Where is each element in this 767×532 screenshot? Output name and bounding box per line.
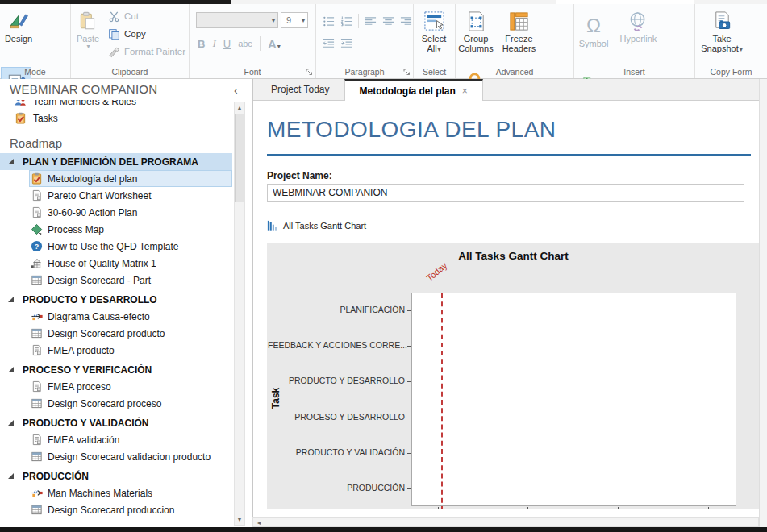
expander-icon[interactable] (8, 159, 14, 164)
scorecard-icon (31, 451, 43, 463)
align-center-icon[interactable] (382, 15, 394, 27)
roadmap-phase[interactable]: PRODUCCIÓN (0, 468, 232, 484)
scrollbar-thumb[interactable] (235, 114, 244, 202)
roadmap-item-man-machines-materials[interactable]: Man Machines Materials (0, 484, 232, 501)
cut-button[interactable]: Cut (105, 7, 189, 25)
divider (358, 14, 359, 28)
sidebar-collapse-button[interactable]: ‹ (234, 84, 238, 97)
paste-button[interactable]: Paste ▾ (72, 6, 104, 65)
sidebar-item-label: Team Members & Roles (33, 100, 136, 107)
scroll-left-icon[interactable]: ◄ (254, 518, 264, 526)
roadmap-phase[interactable]: PRODUCTO Y VALIDACIÓN (0, 414, 232, 431)
roadmap-item-label: FMEA proceso (48, 381, 111, 393)
italic-button[interactable]: I (212, 37, 215, 50)
bar-chart-icon (267, 220, 278, 231)
y-axis-tick (407, 418, 411, 418)
y-axis-tick (407, 453, 411, 454)
roadmap-section-label: Roadmap (10, 136, 232, 150)
roadmap-item-how-to-use-the-qfd-template[interactable]: ?How to Use the QFD Template (0, 238, 232, 255)
sidebar: WEBMINAR COMPANION Team Members & RolesT… (0, 79, 232, 527)
underline-button[interactable]: U (223, 38, 231, 50)
y-axis-tick (407, 488, 411, 489)
processmap-icon (31, 223, 43, 235)
divider (260, 36, 261, 51)
numbered-list-icon[interactable] (340, 15, 352, 27)
sidebar-item-tasks[interactable]: Tasks (0, 110, 232, 127)
today-reference-line (441, 293, 443, 509)
bullet-list-icon[interactable] (323, 15, 335, 27)
group-columns-button[interactable]: Group Columns (456, 6, 495, 65)
ribbon-group-font: ▾ 9 ▾ B I U abc A▾ Font (190, 4, 316, 78)
tab-project-today[interactable]: Project Today (256, 79, 344, 100)
strikethrough-button[interactable]: abc (238, 39, 252, 48)
main-horizontal-scrollbar[interactable]: ◄ (252, 517, 759, 527)
gantt-category-label: PRODUCTO Y VALIDACIÓN (268, 447, 405, 457)
roadmap-item-30-60-90-action-plan[interactable]: 30-60-90 Action Plan (0, 204, 232, 221)
scroll-up-icon[interactable]: ▲ (235, 102, 244, 113)
roadmap-item-metodolog-a-del-plan[interactable]: Metodología del plan (29, 170, 232, 187)
roadmap-item-fmea-validaci-n[interactable]: FMEA validación (0, 431, 232, 448)
roadmap-phase[interactable]: PRODUCTO Y DESARROLLO (0, 291, 232, 308)
roadmap-item-design-scorecard-produccion[interactable]: Design Scorecard produccion (0, 501, 232, 518)
roadmap-item-pareto-chart-worksheet[interactable]: Pareto Chart Worksheet (0, 187, 232, 204)
expander-icon[interactable] (8, 297, 14, 302)
roadmap-item-fmea-proceso[interactable]: FMEA proceso (0, 378, 232, 395)
roadmap-item-design-scorecard-proceso[interactable]: Design Scorecard proceso (0, 395, 232, 412)
roadmap-item-diagrama-causa-efecto[interactable]: Diagrama Causa-efecto (0, 308, 232, 325)
close-tab-icon[interactable]: × (462, 85, 468, 97)
title-rule (267, 154, 751, 156)
gantt-plot (411, 293, 736, 506)
expander-icon[interactable] (8, 367, 14, 372)
font-family-select[interactable]: ▾ (196, 12, 278, 28)
form-icon (31, 380, 43, 393)
roadmap-item-process-map[interactable]: Process Map (0, 221, 232, 238)
gantt-chart-link[interactable]: All Tasks Gantt Chart (267, 220, 366, 231)
copy-label: Copy (124, 29, 146, 39)
roadmap-item-label: 30-60-90 Action Plan (48, 207, 137, 218)
omega-icon: Ω (586, 13, 601, 39)
freeze-headers-button[interactable]: Freeze Headers (499, 6, 538, 65)
font-size-caret-icon: ▾ (302, 17, 305, 24)
indent-icon[interactable] (340, 38, 352, 50)
group-label-insert: Insert (574, 67, 694, 77)
gantt-title: All Tasks Gantt Chart (267, 250, 759, 262)
copy-button[interactable]: Copy (105, 25, 189, 43)
format-painter-button[interactable]: Format Painter (105, 43, 189, 60)
outdent-icon[interactable] (323, 38, 335, 50)
main-panel: Project Today Metodología del plan × MET… (252, 79, 759, 520)
symbol-button[interactable]: Ω Symbol (575, 10, 612, 70)
roadmap-item-design-scorecard-part[interactable]: Design Scorecard - Part (0, 272, 232, 289)
scroll-down-icon[interactable]: ▼ (235, 514, 244, 525)
main-vertical-scrollbar-track[interactable] (759, 79, 767, 527)
font-color-button[interactable]: A▾ (268, 37, 281, 51)
roadmap-item-label: FMEA producto (48, 345, 115, 356)
window-bottom-edge (0, 527, 767, 532)
roadmap-item-design-scorecard-producto[interactable]: Design Scorecard producto (0, 325, 232, 342)
hyperlink-button[interactable]: Hyperlink (616, 6, 660, 65)
font-size-select[interactable]: 9 ▾ (281, 12, 308, 28)
expander-icon[interactable] (8, 473, 14, 479)
expander-icon[interactable] (8, 420, 14, 426)
bold-button[interactable]: B (198, 38, 205, 50)
align-left-icon[interactable] (365, 15, 377, 27)
design-mode-button[interactable]: Design (1, 6, 36, 65)
roadmap-phase[interactable]: PLAN Y DEFINICIÓN DEL PROGRAMA (0, 153, 232, 170)
gantt-panel: All Tasks Gantt Chart Today Task PLANIFI… (267, 243, 759, 509)
roadmap-item-label: Process Map (48, 224, 104, 235)
take-snapshot-button[interactable]: Take Snapshot▾ (696, 6, 748, 65)
roadmap-item-design-scorecard-validacion-producto[interactable]: Design Scorecard validacion producto (0, 448, 232, 465)
select-all-button[interactable]: Select All▾ (415, 6, 453, 65)
tab-metodologia-del-plan[interactable]: Metodología del plan × (344, 79, 483, 101)
take-snapshot-icon (711, 8, 733, 34)
roadmap-item-house-of-quality-matrix-1[interactable]: House of Quality Matrix 1 (0, 255, 232, 272)
paste-caret-icon: ▾ (86, 44, 90, 51)
project-name-label: Project Name: (267, 170, 332, 181)
roadmap-phase[interactable]: PROCESO Y VERIFICACIÓN (0, 361, 232, 378)
x-axis-tick (527, 507, 528, 509)
sidebar-vertical-scrollbar[interactable]: ▲ ▼ (234, 102, 245, 526)
roadmap-item-fmea-producto[interactable]: FMEA producto (0, 342, 232, 359)
align-right-icon[interactable] (400, 15, 412, 27)
project-name-input[interactable] (267, 184, 744, 202)
gantt-category-label: FEEDBACK Y ACCIONES CORRE... (268, 340, 405, 350)
sidebar-item-team-members-roles[interactable]: Team Members & Roles (0, 100, 232, 110)
